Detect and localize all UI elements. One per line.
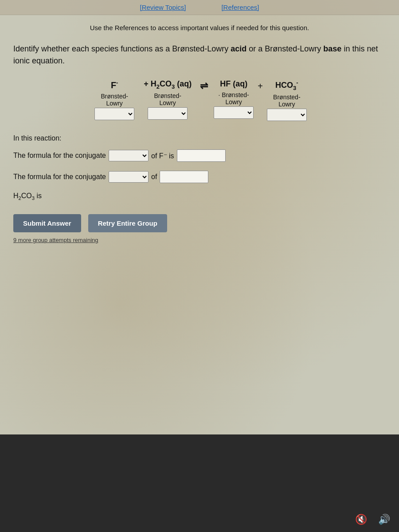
attempts-remaining: 9 more group attempts remaining (13, 236, 386, 244)
conjugate-row1-prefix: The formula for the conjugate (13, 152, 106, 160)
select-f-minus[interactable]: acid base (94, 108, 134, 120)
conjugate-row2-prefix: The formula for the conjugate (13, 173, 106, 181)
label-bronsted-2: Brønsted- (154, 92, 181, 99)
references-link[interactable]: [References] (221, 4, 259, 11)
label-lowry-4: Lowry (278, 101, 295, 108)
h2co3-is-label: H2CO3 is (13, 192, 386, 201)
conjugate-row1-of-f: of F⁻ is (151, 152, 174, 160)
species-hf: HF (aq) · Brønsted- Lowry acid base (211, 79, 256, 119)
retry-entire-group-button[interactable]: Retry Entire Group (88, 214, 167, 232)
label-lowry-2: Lowry (159, 99, 176, 106)
question-text: Identify whether each species functions … (13, 43, 386, 67)
submit-answer-button[interactable]: Submit Answer (13, 214, 81, 232)
in-this-reaction-section: In this reaction: The formula for the co… (13, 134, 386, 201)
conjugate-row-2-wrapper: The formula for the conjugate acid base … (13, 171, 386, 201)
formula-hco3: HCO3- (275, 79, 298, 91)
conjugate-row-1: The formula for the conjugate acid base … (13, 149, 386, 162)
buttons-row: Submit Answer Retry Entire Group (13, 214, 386, 232)
formula-h2co3: + H2CO3 (aq) (144, 79, 192, 90)
formula-f-minus: F- (111, 79, 118, 90)
in-this-reaction-label: In this reaction: (13, 134, 386, 142)
label-bronsted-1: Brønsted- (101, 93, 128, 100)
taskbar-right: 🔇 🔊 (355, 514, 390, 525)
conjugate-row-2: The formula for the conjugate acid base … (13, 171, 386, 183)
volume-low-icon[interactable]: 🔇 (355, 514, 367, 525)
conjugate-type-select-1[interactable]: acid base (109, 150, 149, 161)
label-lowry-3: Lowry (225, 98, 242, 106)
review-topics-link[interactable]: [Review Topics] (140, 4, 186, 11)
species-f-minus: F- Brønsted- Lowry acid base (90, 79, 139, 121)
select-hf[interactable]: acid base (214, 106, 254, 119)
equation-section: F- Brønsted- Lowry acid base + H2CO3 (aq… (13, 79, 386, 121)
equilibrium-arrow: ⇌ (196, 80, 211, 92)
species-h2co3: + H2CO3 (aq) Brønsted- Lowry acid base (139, 79, 196, 120)
conjugate-answer-2[interactable] (160, 171, 208, 183)
species-hco3: HCO3- Brønsted- Lowry acid base (265, 79, 309, 121)
volume-high-icon[interactable]: 🔊 (378, 514, 390, 525)
label-bronsted-4: Brønsted- (273, 94, 300, 101)
conjugate-type-select-2[interactable]: acid base (109, 171, 149, 183)
bottom-bar: 🔇 🔊 (0, 434, 399, 532)
attempts-text: 9 more group attempts remaining (13, 237, 98, 243)
select-hco3[interactable]: acid base (267, 109, 307, 121)
instructions-text: Use the References to access important v… (13, 23, 386, 33)
plus-operator: + (256, 79, 265, 91)
select-h2co3[interactable]: acid base (148, 107, 188, 120)
conjugate-answer-1[interactable] (177, 149, 226, 162)
h2co3-is-text: H2CO3 is (13, 192, 42, 201)
conjugate-row2-of: of (151, 173, 157, 181)
label-bronsted-3: · Brønsted- (219, 91, 249, 98)
label-lowry-1: Lowry (106, 100, 122, 107)
formula-hf: HF (aq) (220, 79, 247, 89)
